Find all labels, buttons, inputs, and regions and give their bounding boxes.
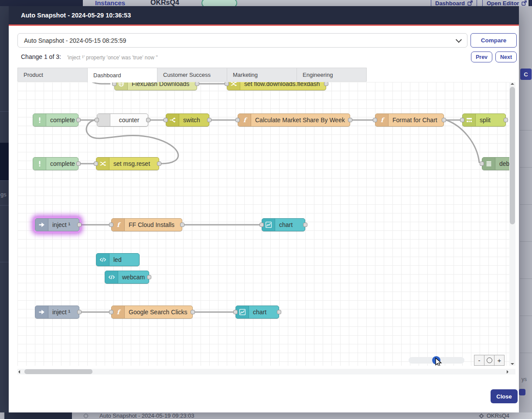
node-port-in[interactable] <box>233 310 238 314</box>
zoom-reset-icon <box>487 357 492 363</box>
scrollbar-corner <box>509 369 515 374</box>
exclamation-icon <box>33 114 46 126</box>
dashboard-button-label: Dashboard <box>435 0 465 6</box>
scroll-down-arrow[interactable] <box>511 363 514 365</box>
node-chart2[interactable]: chart <box>235 306 279 319</box>
node-debug[interactable]: debug <box>482 157 509 170</box>
horizontal-scrollbar-thumb[interactable] <box>24 369 92 374</box>
node-port-out[interactable] <box>77 223 82 227</box>
prev-button[interactable]: Prev <box>471 52 492 62</box>
dialog-header: Auto Snapshot - 2024-05-29 10:36:53 <box>9 6 519 24</box>
node-format[interactable]: fFormat for Chart <box>375 113 444 127</box>
node-complete1[interactable]: complete <box>33 113 78 127</box>
node-port-out[interactable] <box>157 161 161 166</box>
tab-product[interactable]: Product <box>17 68 88 82</box>
tab-engineering[interactable]: Engineering <box>297 68 367 82</box>
node-port-out[interactable] <box>277 310 281 314</box>
node-counter[interactable]: counter <box>97 113 148 127</box>
node-port-in[interactable] <box>373 118 377 122</box>
next-button[interactable]: Next <box>495 52 517 62</box>
node-port-out[interactable] <box>180 223 184 227</box>
chart-icon <box>262 219 275 231</box>
node-inject2[interactable]: inject ¹ <box>35 306 79 319</box>
days-text-fragment: ys <box>522 376 527 382</box>
node-port-in[interactable] <box>109 223 113 227</box>
node-port-out[interactable] <box>77 310 82 314</box>
blank-icon <box>97 114 110 126</box>
node-setflow[interactable]: set flow.downloads.flexdash <box>227 82 326 90</box>
node-port-in[interactable] <box>225 82 229 86</box>
dashboard-button[interactable]: Dashboard <box>431 0 477 6</box>
compare-button-fragment[interactable]: C <box>520 69 532 80</box>
node-flexdash[interactable]: FlexDash Downloads <box>114 82 197 90</box>
node-port-in[interactable] <box>112 82 116 86</box>
node-port-out[interactable] <box>146 118 150 122</box>
svg-text:f: f <box>243 117 247 124</box>
node-port-out[interactable] <box>348 118 352 122</box>
node-port-out[interactable] <box>191 310 195 314</box>
node-google[interactable]: fGoogle Search Clicks <box>111 306 193 319</box>
vertical-scrollbar[interactable] <box>509 82 515 366</box>
node-webcam[interactable]: webcam <box>105 271 149 284</box>
node-setmsg[interactable]: set msg.reset <box>96 157 159 170</box>
node-port-in[interactable] <box>109 310 113 314</box>
scroll-right-arrow[interactable] <box>507 370 508 374</box>
tab-customer-success[interactable]: Customer Success <box>157 68 227 82</box>
node-port-in[interactable] <box>235 118 240 122</box>
zoom-in-button[interactable]: + <box>494 355 505 366</box>
node-port-out[interactable] <box>76 161 81 166</box>
node-port-in[interactable] <box>95 118 99 122</box>
node-port-out[interactable] <box>324 82 328 86</box>
change-counter: Change 1 of 3: <box>21 53 61 60</box>
scroll-left-arrow[interactable] <box>18 370 20 374</box>
close-button[interactable]: Close <box>491 389 518 403</box>
sidebar-divider <box>0 205 9 206</box>
node-port-in[interactable] <box>94 161 98 166</box>
svg-text:f: f <box>380 117 385 124</box>
compare-button[interactable]: Compare <box>471 33 517 48</box>
tab-dashboard[interactable]: Dashboard <box>87 68 157 82</box>
breadcrumb-instances[interactable]: Instances <box>95 0 125 6</box>
flow-canvas[interactable]: - + FlexDash Downloadsset flow.downloads… <box>17 82 509 366</box>
node-port-out[interactable] <box>207 118 211 122</box>
node-port-out[interactable] <box>504 118 508 122</box>
snapshot-compare-dialog: Auto Snapshot - 2024-05-29 10:36:53 Auto… <box>9 6 519 412</box>
node-port-in[interactable] <box>460 118 464 122</box>
node-label: led <box>109 256 139 263</box>
node-inject1[interactable]: inject ¹ <box>35 218 79 231</box>
tab-marketing[interactable]: Marketing <box>227 68 297 82</box>
instance-name: OKRsQ4 <box>150 0 179 6</box>
node-port-out[interactable] <box>442 118 446 122</box>
node-chart1[interactable]: chart <box>262 218 305 231</box>
vertical-scrollbar-thumb[interactable] <box>510 87 515 224</box>
node-port-in[interactable] <box>259 223 264 227</box>
node-ff[interactable]: fFF Cloud Installs <box>111 218 182 231</box>
scroll-up-arrow[interactable] <box>511 83 514 85</box>
zoom-reset-button[interactable] <box>484 355 494 366</box>
open-editor-button[interactable]: Open Editor <box>482 0 531 6</box>
snapshot-list-item[interactable]: Auto Snapshot - 2024-05-19 09:23:03 <box>99 412 194 419</box>
snapshot-select[interactable]: Auto Snapshot - 2024-05-15 08:25:59 <box>17 33 467 48</box>
node-label: FF Cloud Installs <box>125 221 182 228</box>
node-port-in[interactable] <box>164 118 168 122</box>
horizontal-scrollbar[interactable] <box>17 369 509 374</box>
sidebar-item-active[interactable] <box>0 143 9 180</box>
node-port-in[interactable] <box>480 161 484 166</box>
action-button-fragment[interactable] <box>519 389 525 395</box>
zoom-out-button[interactable]: - <box>474 355 484 366</box>
function-icon: f <box>375 114 389 126</box>
background-bottombar: Auto Snapshot - 2024-05-19 09:23:03 OKRs… <box>0 412 532 419</box>
zoom-button-group: - + <box>474 355 505 366</box>
node-complete2[interactable]: complete <box>33 157 78 170</box>
snapshot-select-value: Auto Snapshot - 2024-05-15 08:25:59 <box>24 37 126 44</box>
sidebar-item-settings-fragment[interactable]: gs <box>0 191 7 198</box>
node-port-out[interactable] <box>76 118 81 122</box>
node-split[interactable]: split <box>462 113 506 127</box>
node-led[interactable]: led <box>96 253 140 266</box>
node-port-out[interactable] <box>303 223 307 227</box>
node-calc[interactable]: fCalculate Market Share By Week <box>238 113 350 127</box>
node-port-out[interactable] <box>147 275 151 279</box>
exclamation-icon <box>33 158 46 170</box>
node-port-out[interactable] <box>195 82 199 86</box>
node-switch[interactable]: switch <box>166 113 209 127</box>
